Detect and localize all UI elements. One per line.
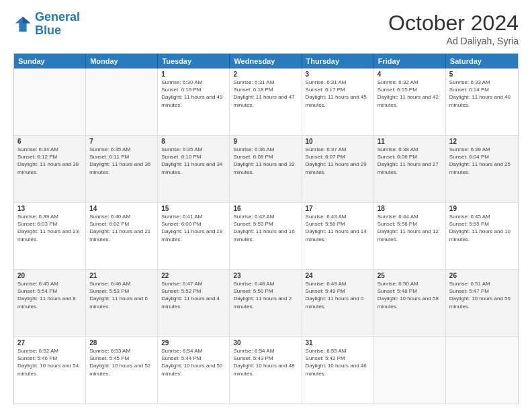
day-number: 10: [306, 138, 370, 145]
day-number: 30: [233, 339, 298, 347]
day-number: 4: [378, 71, 442, 78]
day-number: 8: [161, 138, 226, 145]
day-number: 2: [233, 71, 298, 78]
page: General Blue October 2024 Ad Daliyah, Sy…: [0, 0, 532, 411]
calendar-cell: 31Sunrise: 6:55 AM Sunset: 5:42 PM Dayli…: [302, 337, 374, 404]
calendar-cell: 26Sunrise: 6:51 AM Sunset: 5:47 PM Dayli…: [446, 270, 518, 336]
calendar-cell: 7Sunrise: 6:35 AM Sunset: 6:11 PM Daylig…: [86, 136, 158, 202]
calendar-cell: 28Sunrise: 6:53 AM Sunset: 5:45 PM Dayli…: [86, 337, 158, 404]
day-number: 12: [449, 138, 515, 145]
cell-details: Sunrise: 6:50 AM Sunset: 5:48 PM Dayligh…: [378, 280, 442, 310]
logo: General Blue: [13, 11, 80, 38]
cell-details: Sunrise: 6:40 AM Sunset: 6:02 PM Dayligh…: [89, 213, 154, 243]
day-header-saturday: Saturday: [446, 54, 518, 68]
calendar-cell: 9Sunrise: 6:36 AM Sunset: 6:08 PM Daylig…: [230, 136, 302, 202]
calendar-cell: 29Sunrise: 6:54 AM Sunset: 5:44 PM Dayli…: [158, 337, 230, 404]
day-number: 21: [89, 272, 154, 279]
cell-details: Sunrise: 6:45 AM Sunset: 5:54 PM Dayligh…: [17, 280, 82, 310]
day-number: 22: [161, 272, 226, 279]
day-header-tuesday: Tuesday: [158, 54, 230, 68]
calendar-row-4: 20Sunrise: 6:45 AM Sunset: 5:54 PM Dayli…: [14, 269, 518, 336]
day-number: 27: [17, 339, 82, 347]
day-number: 25: [378, 272, 442, 279]
day-number: 14: [89, 205, 154, 212]
cell-details: Sunrise: 6:53 AM Sunset: 5:45 PM Dayligh…: [89, 347, 154, 377]
cell-details: Sunrise: 6:32 AM Sunset: 6:15 PM Dayligh…: [378, 79, 442, 109]
day-number: 26: [449, 272, 515, 279]
calendar-cell: 18Sunrise: 6:44 AM Sunset: 5:56 PM Dayli…: [374, 203, 446, 269]
day-number: 3: [306, 71, 370, 78]
calendar-row-5: 27Sunrise: 6:52 AM Sunset: 5:46 PM Dayli…: [14, 336, 518, 404]
day-number: 23: [233, 272, 298, 279]
cell-details: Sunrise: 6:49 AM Sunset: 5:49 PM Dayligh…: [306, 280, 370, 310]
calendar-cell: 2Sunrise: 6:31 AM Sunset: 6:18 PM Daylig…: [230, 68, 302, 135]
day-header-thursday: Thursday: [302, 54, 374, 68]
calendar-cell: [446, 337, 518, 404]
cell-details: Sunrise: 6:30 AM Sunset: 6:19 PM Dayligh…: [161, 79, 226, 109]
calendar-cell: 11Sunrise: 6:38 AM Sunset: 6:06 PM Dayli…: [374, 136, 446, 202]
cell-details: Sunrise: 6:43 AM Sunset: 5:58 PM Dayligh…: [306, 213, 370, 243]
calendar-cell: 20Sunrise: 6:45 AM Sunset: 5:54 PM Dayli…: [14, 270, 86, 336]
calendar-cell: 6Sunrise: 6:34 AM Sunset: 6:12 PM Daylig…: [14, 136, 86, 202]
calendar-cell: 17Sunrise: 6:43 AM Sunset: 5:58 PM Dayli…: [302, 203, 374, 269]
calendar-cell: 30Sunrise: 6:54 AM Sunset: 5:43 PM Dayli…: [230, 337, 302, 404]
day-number: 18: [378, 205, 442, 212]
day-number: 24: [306, 272, 370, 279]
day-number: 1: [161, 71, 226, 78]
cell-details: Sunrise: 6:38 AM Sunset: 6:06 PM Dayligh…: [378, 146, 442, 176]
cell-details: Sunrise: 6:44 AM Sunset: 5:56 PM Dayligh…: [378, 213, 442, 243]
day-number: 16: [233, 205, 298, 212]
cell-details: Sunrise: 6:31 AM Sunset: 6:17 PM Dayligh…: [306, 79, 370, 109]
calendar-cell: [86, 68, 158, 135]
cell-details: Sunrise: 6:55 AM Sunset: 5:42 PM Dayligh…: [306, 347, 370, 377]
day-number: 5: [449, 71, 515, 78]
day-number: 6: [17, 138, 82, 145]
logo-icon: [13, 15, 32, 34]
cell-details: Sunrise: 6:51 AM Sunset: 5:47 PM Dayligh…: [449, 280, 515, 310]
calendar-cell: 12Sunrise: 6:39 AM Sunset: 6:04 PM Dayli…: [446, 136, 518, 202]
cell-details: Sunrise: 6:39 AM Sunset: 6:03 PM Dayligh…: [17, 213, 82, 243]
cell-details: Sunrise: 6:36 AM Sunset: 6:08 PM Dayligh…: [233, 146, 298, 176]
day-number: 15: [161, 205, 226, 212]
cell-details: Sunrise: 6:52 AM Sunset: 5:46 PM Dayligh…: [17, 347, 82, 377]
calendar-cell: 3Sunrise: 6:31 AM Sunset: 6:17 PM Daylig…: [302, 68, 374, 135]
calendar-cell: 24Sunrise: 6:49 AM Sunset: 5:49 PM Dayli…: [302, 270, 374, 336]
location-subtitle: Ad Daliyah, Syria: [388, 36, 519, 46]
calendar-cell: 27Sunrise: 6:52 AM Sunset: 5:46 PM Dayli…: [14, 337, 86, 404]
calendar-cell: 1Sunrise: 6:30 AM Sunset: 6:19 PM Daylig…: [158, 68, 230, 135]
cell-details: Sunrise: 6:35 AM Sunset: 6:11 PM Dayligh…: [89, 146, 154, 176]
day-number: 20: [17, 272, 82, 279]
calendar-cell: 4Sunrise: 6:32 AM Sunset: 6:15 PM Daylig…: [374, 68, 446, 135]
day-number: 28: [89, 339, 154, 347]
day-number: 31: [306, 339, 370, 347]
day-header-sunday: Sunday: [14, 54, 86, 68]
header: General Blue October 2024 Ad Daliyah, Sy…: [13, 11, 519, 46]
calendar-cell: 14Sunrise: 6:40 AM Sunset: 6:02 PM Dayli…: [86, 203, 158, 269]
calendar-cell: 19Sunrise: 6:45 AM Sunset: 5:55 PM Dayli…: [446, 203, 518, 269]
day-number: 11: [378, 138, 442, 145]
calendar-cell: 23Sunrise: 6:48 AM Sunset: 5:50 PM Dayli…: [230, 270, 302, 336]
calendar-cell: 15Sunrise: 6:41 AM Sunset: 6:00 PM Dayli…: [158, 203, 230, 269]
cell-details: Sunrise: 6:34 AM Sunset: 6:12 PM Dayligh…: [17, 146, 82, 176]
cell-details: Sunrise: 6:35 AM Sunset: 6:10 PM Dayligh…: [161, 146, 226, 176]
cell-details: Sunrise: 6:47 AM Sunset: 5:52 PM Dayligh…: [161, 280, 226, 310]
day-number: 29: [161, 339, 226, 347]
day-number: 9: [233, 138, 298, 145]
day-number: 19: [449, 205, 515, 212]
cell-details: Sunrise: 6:39 AM Sunset: 6:04 PM Dayligh…: [449, 146, 515, 176]
calendar-cell: 10Sunrise: 6:37 AM Sunset: 6:07 PM Dayli…: [302, 136, 374, 202]
cell-details: Sunrise: 6:48 AM Sunset: 5:50 PM Dayligh…: [233, 280, 298, 310]
calendar-row-1: 1Sunrise: 6:30 AM Sunset: 6:19 PM Daylig…: [14, 68, 518, 135]
calendar-cell: 25Sunrise: 6:50 AM Sunset: 5:48 PM Dayli…: [374, 270, 446, 336]
day-number: 17: [306, 205, 370, 212]
calendar-header: SundayMondayTuesdayWednesdayThursdayFrid…: [14, 54, 518, 68]
title-block: October 2024 Ad Daliyah, Syria: [388, 11, 519, 46]
calendar-cell: 5Sunrise: 6:33 AM Sunset: 6:14 PM Daylig…: [446, 68, 518, 135]
cell-details: Sunrise: 6:41 AM Sunset: 6:00 PM Dayligh…: [161, 213, 226, 243]
calendar-cell: 13Sunrise: 6:39 AM Sunset: 6:03 PM Dayli…: [14, 203, 86, 269]
calendar: SundayMondayTuesdayWednesdayThursdayFrid…: [13, 53, 519, 404]
calendar-row-3: 13Sunrise: 6:39 AM Sunset: 6:03 PM Dayli…: [14, 202, 518, 269]
day-header-monday: Monday: [86, 54, 158, 68]
cell-details: Sunrise: 6:33 AM Sunset: 6:14 PM Dayligh…: [449, 79, 515, 109]
cell-details: Sunrise: 6:54 AM Sunset: 5:44 PM Dayligh…: [161, 347, 226, 377]
